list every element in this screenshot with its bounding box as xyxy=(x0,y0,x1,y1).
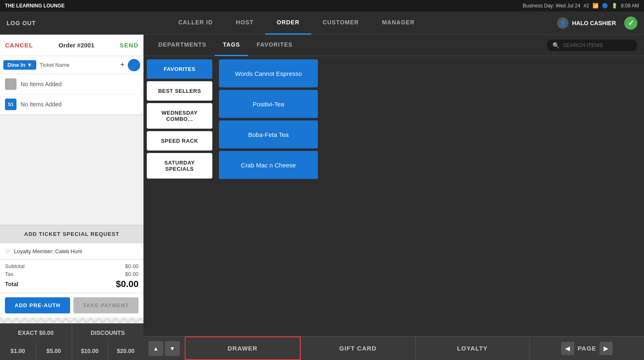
menu-content: FAVORITES BEST SELLERS WEDNESDAY COMBO..… xyxy=(143,56,644,336)
category-list: FAVORITES BEST SELLERS WEDNESDAY COMBO..… xyxy=(143,56,216,336)
list-item: S1 No Items Added xyxy=(0,94,143,115)
bottom-bar: ▲ ▼ DRAWER GIFT CARD LOYALTY ◀ PAGE ▶ xyxy=(143,336,644,360)
ticket-grey-icon xyxy=(5,78,16,90)
subtotal-row: Subtotal $0.00 xyxy=(5,263,139,269)
amount-20-button[interactable]: $20.00 xyxy=(108,342,143,360)
subtotal-label: Subtotal xyxy=(5,263,25,269)
nav-arrows: ▲ ▼ xyxy=(143,341,185,356)
logout-button[interactable]: LOG OUT xyxy=(7,20,36,26)
cancel-button[interactable]: CANCEL xyxy=(5,42,33,49)
menu-item-positivi-tea[interactable]: Positivi-Tea xyxy=(219,90,318,118)
items-grid: Words Cannot Espresso Positivi-Tea Boba-… xyxy=(216,56,644,336)
add-preauth-button[interactable]: ADD PRE-AUTH xyxy=(5,297,70,313)
business-day: Business Day: Wed Jul 24 xyxy=(523,3,581,9)
list-item: No Items Added xyxy=(0,74,143,94)
left-panel: CANCEL Order #2001 SEND Dine In ▼ Ticket… xyxy=(0,35,143,360)
status-check-icon: ✓ xyxy=(624,16,637,30)
app-name: THE LEARNING LOUNGE xyxy=(5,3,65,9)
status-bar: THE LEARNING LOUNGE Business Day: Wed Ju… xyxy=(0,0,644,12)
scroll-down-button[interactable]: ▼ xyxy=(165,341,180,356)
total-label: Total xyxy=(5,281,18,287)
add-ticket-button[interactable]: + xyxy=(120,61,125,69)
menu-item-words-cannot-espresso[interactable]: Words Cannot Espresso xyxy=(219,59,318,87)
main-layout: CANCEL Order #2001 SEND Dine In ▼ Ticket… xyxy=(0,35,644,360)
nav-user: 👤 HALO CASHIER ✓ xyxy=(557,16,637,30)
category-saturday-specials[interactable]: SATURDAY SPECIALS xyxy=(147,153,212,179)
category-favorites[interactable]: FAVORITES xyxy=(147,59,212,79)
tab-order[interactable]: ORDER xyxy=(265,12,311,35)
items-area xyxy=(0,115,143,225)
tax-value: $0.00 xyxy=(125,271,139,277)
zigzag-divider xyxy=(0,318,143,323)
ticket-items: No Items Added S1 No Items Added xyxy=(0,74,143,115)
time-display: 8:08 AM xyxy=(621,3,639,9)
drawer-button[interactable]: DRAWER xyxy=(185,336,301,360)
exact-amount-button[interactable]: EXACT $0.00 xyxy=(0,324,72,342)
order-number: Order #2001 xyxy=(59,42,94,49)
dine-in-dropdown[interactable]: Dine In ▼ xyxy=(3,60,36,70)
total-value: $0.00 xyxy=(116,279,139,289)
wifi-icon: 📶 xyxy=(592,3,599,9)
tax-row: Tax $0.00 xyxy=(5,271,139,277)
tab-tags[interactable]: TAGS xyxy=(215,35,249,56)
tax-label: Tax xyxy=(5,271,13,277)
amount-1-button[interactable]: $1.00 xyxy=(0,342,36,360)
quick-amounts-bar: $1.00 $5.00 $10.00 $20.00 xyxy=(0,342,143,360)
send-button[interactable]: SEND xyxy=(120,42,139,49)
tab-departments[interactable]: DEPARTMENTS xyxy=(150,35,215,56)
amount-5-button[interactable]: $5.00 xyxy=(36,342,72,360)
nav-tabs: CALLER ID HOST ORDER CUSTOMER MANAGER xyxy=(36,12,557,35)
user-name: HALO CASHIER xyxy=(572,20,616,26)
ticket-name-label: Ticket Name xyxy=(40,62,117,68)
loyalty-row: ☆ Loyalty Member: Caleb Hunt xyxy=(0,243,143,259)
ticket-item-text-1: No Items Added xyxy=(21,81,62,87)
add-special-request-button[interactable]: ADD TICKET SPECIAL REQUEST xyxy=(0,225,143,243)
page-next-button[interactable]: ▶ xyxy=(599,342,613,355)
totals-section: Subtotal $0.00 Tax $0.00 Total $0.00 xyxy=(0,259,143,293)
menu-item-boba-feta-tea[interactable]: Boba-Feta Tea xyxy=(219,120,318,148)
bluetooth-icon: 🔵 xyxy=(602,3,608,9)
amount-10-button[interactable]: $10.00 xyxy=(72,342,108,360)
category-speed-rack[interactable]: SPEED RACK xyxy=(147,131,212,151)
terminal-id: #2 xyxy=(584,3,589,9)
search-box[interactable]: 🔍 SEARCH ITEMS xyxy=(547,40,637,51)
star-icon: ☆ xyxy=(5,247,11,255)
battery-icon: 🔋 xyxy=(611,3,618,9)
order-header: CANCEL Order #2001 SEND xyxy=(0,35,143,56)
page-controls: ◀ PAGE ▶ xyxy=(529,336,644,360)
category-wednesday-combo[interactable]: WEDNESDAY COMBO... xyxy=(147,103,212,129)
menu-item-crab-mac-cheese[interactable]: Crab Mac n Cheese xyxy=(219,151,318,179)
exact-discounts-bar: EXACT $0.00 DISCOUNTS xyxy=(0,323,143,342)
tab-favorites[interactable]: FAVORITES xyxy=(248,35,301,56)
user-avatar-icon: 👤 xyxy=(557,17,569,29)
status-bar-right: Business Day: Wed Jul 24 #2 📶 🔵 🔋 8:08 A… xyxy=(523,3,639,9)
dine-in-label: Dine In xyxy=(7,62,25,68)
take-payment-button[interactable]: TAKE PAYMENT xyxy=(73,297,139,313)
search-icon: 🔍 xyxy=(552,42,559,49)
page-label: PAGE xyxy=(578,345,596,352)
ticket-item-text-2: No Items Added xyxy=(21,101,62,108)
subtotal-value: $0.00 xyxy=(125,263,139,269)
ticket-s1-icon: S1 xyxy=(5,99,16,110)
gift-card-button[interactable]: GIFT CARD xyxy=(301,336,415,360)
search-placeholder: SEARCH ITEMS xyxy=(563,42,603,48)
page-prev-button[interactable]: ◀ xyxy=(561,342,574,355)
user-avatar: 👤 xyxy=(128,59,140,71)
tab-host[interactable]: HOST xyxy=(224,12,265,35)
category-best-sellers[interactable]: BEST SELLERS xyxy=(147,81,212,101)
scroll-up-button[interactable]: ▲ xyxy=(148,341,163,356)
payment-buttons: ADD PRE-AUTH TAKE PAYMENT xyxy=(0,293,143,318)
tab-manager[interactable]: MANAGER xyxy=(370,12,426,35)
discounts-button[interactable]: DISCOUNTS xyxy=(72,324,144,342)
loyalty-button[interactable]: LOYALTY xyxy=(415,336,530,360)
right-panel: DEPARTMENTS TAGS FAVORITES 🔍 SEARCH ITEM… xyxy=(143,35,644,360)
nav-bar: LOG OUT CALLER ID HOST ORDER CUSTOMER MA… xyxy=(0,12,644,35)
menu-header: DEPARTMENTS TAGS FAVORITES 🔍 SEARCH ITEM… xyxy=(143,35,644,56)
chevron-down-icon: ▼ xyxy=(27,62,32,68)
loyalty-member-label: Loyalty Member: Caleb Hunt xyxy=(14,248,82,254)
tab-customer[interactable]: CUSTOMER xyxy=(311,12,371,35)
ticket-bar: Dine In ▼ Ticket Name + 👤 xyxy=(0,56,143,74)
tab-caller-id[interactable]: CALLER ID xyxy=(167,12,224,35)
total-row: Total $0.00 xyxy=(5,279,139,289)
